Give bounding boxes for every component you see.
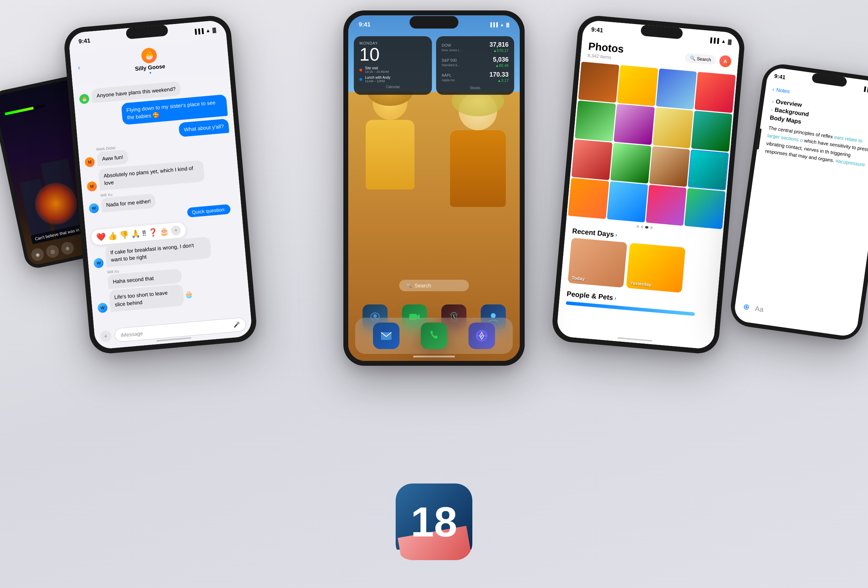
stock-subtitle-1: Dow Jones I... [442,49,462,53]
msg-avatar-6: W [97,303,108,313]
messages-mic-icon[interactable]: 🎤 [233,321,240,329]
event-info-2: Lunch with Andy 11AM – 12PM [365,75,390,83]
page-dot-1[interactable] [636,225,639,228]
notes-action-icon-2[interactable]: Aa [754,304,764,314]
home-widgets: Monday 10 Site visit 10:15 – 10:45AM [354,36,514,95]
photo-cell-6[interactable] [614,104,655,145]
event-info-1: Site visit 10:15 – 10:45AM [365,66,389,74]
photo-cell-2[interactable] [617,65,658,106]
game-btn-2[interactable]: ◎ [45,244,60,259]
mother-figure [443,92,513,214]
recent-day-today[interactable]: Today [568,237,627,287]
home-search-bar[interactable]: 🔍 Search [399,280,469,291]
photos-avatar[interactable]: A [719,55,732,68]
phone-photos: 9:41 ▐▐▐ ▲ ▓ Photos 8,342 Items 🔍 Search [551,14,746,355]
phone-photos-screen: 9:41 ▐▐▐ ▲ ▓ Photos 8,342 Items 🔍 Search [556,19,741,350]
widget-cal-num: 10 [359,45,426,63]
stock-subtitle-2: Standard &... [442,63,460,68]
photo-cell-7[interactable] [652,107,693,148]
photos-status-icons: ▐▐▐ ▲ ▓ [709,37,732,45]
notes-time: 9:41 [774,73,786,81]
photos-search-button[interactable]: 🔍 Search [685,53,716,65]
msg-bubble-9: Life's too short to leave slice behind [109,284,184,312]
svg-rect-5 [450,314,452,315]
photo-cell-5[interactable] [575,100,616,141]
messages-status-icons: ▐▐▐ ▲ ▓ [193,27,217,34]
tapback-heart[interactable]: ❤️ [96,232,106,242]
notes-signal-icon: ▐▐▐ [862,86,868,93]
phone-messages-screen: 9:41 ▐▐▐ ▲ ▓ ‹ 🐣 Silly Goose ▾ [68,19,253,350]
messages-header-title: 🐣 Silly Goose ▾ [133,47,166,77]
msg-bubble-3: What about y'all? [179,118,229,137]
event-time-2: 11AM – 12PM [365,80,390,83]
tapback-plus-button[interactable]: + [170,225,181,236]
home-dock [355,318,513,354]
game-btn-1[interactable]: ◉ [30,247,45,262]
tapback-exclaim[interactable]: ‼️ [142,228,146,238]
page-dot-3[interactable] [645,226,649,229]
photos-grid [567,62,737,230]
dock-icon-phone[interactable] [421,323,447,349]
people-pets-chevron[interactable]: › [614,295,617,301]
home-background: 9:41 ▐▐▐ ▲ ▓ Monday 10 [348,15,520,361]
page-dot-4[interactable] [650,226,653,229]
photos-title-section: Photos 8,342 Items [588,40,624,61]
widget-calendar[interactable]: Monday 10 Site visit 10:15 – 10:45AM [354,36,432,95]
photo-cell-16[interactable] [684,188,725,229]
stock-subtitle-3: Apple Inc. [442,78,456,83]
photo-cell-3[interactable] [656,68,697,109]
photo-cell-14[interactable] [607,181,648,223]
notes-back-icon[interactable]: ‹ [772,86,775,92]
tapback-question[interactable]: ❓ [148,227,158,237]
svg-point-10 [491,313,496,318]
tapback-clap[interactable]: 🙏 [130,229,140,239]
msg-avatar-5: W [93,258,104,268]
photo-cell-10[interactable] [610,143,651,184]
notes-back-label[interactable]: Notes [776,87,790,94]
photo-cell-8[interactable] [691,111,732,152]
stock-name-1: DOW [442,43,451,47]
notes-action-icon-1[interactable]: ⊕ [743,302,750,312]
page-dot-2[interactable] [641,226,644,228]
widget-stocks-label: Stocks [442,86,509,90]
recent-days-chevron[interactable]: › [615,231,617,238]
photo-cell-1[interactable] [578,62,620,103]
stock-change-3: ▲3.17 [497,78,509,83]
dock-icon-mail[interactable] [373,323,400,349]
stock-name-2: S&P 500 [442,58,457,62]
ios18-number: 18 [410,501,457,543]
widget-stocks[interactable]: DOW 37,816 Dow Jones I... ▲570.17 S&P 50… [436,36,514,95]
photo-cell-9[interactable] [571,139,613,180]
msg-avatar-2: M [84,157,95,167]
phone-messages: 9:41 ▐▐▐ ▲ ▓ ‹ 🐣 Silly Goose ▾ [63,14,258,355]
dock-icon-safari[interactable] [468,323,495,349]
messages-back-button[interactable]: ‹ [78,64,81,71]
photo-cell-15[interactable] [646,185,687,226]
notes-chevron-overview[interactable]: › [772,99,774,104]
signal-icon: ▐▐▐ [193,28,204,35]
quick-question-badge: Quick question: [187,204,231,218]
stock-change-1: ▲570.17 [493,49,509,53]
messages-body: 🐣 Anyone have plans this weekend? Flying… [72,72,252,340]
messages-avatar: 🐣 [141,47,158,64]
messages-add-button[interactable]: + [100,330,112,342]
home-signal-icon: ▐▐▐ [489,22,498,27]
photo-cell-11[interactable] [649,146,690,187]
home-search-label: Search [415,283,431,289]
tapback-thumb-down[interactable]: 👎 [119,230,129,240]
tapback-thumb-up[interactable]: 👍 [107,231,118,241]
recent-day-yesterday[interactable]: Yesterday [626,243,686,293]
photo-cell-4[interactable] [695,72,736,113]
notes-chevron-background[interactable]: › [771,107,773,112]
stock-name-3: AAPL [442,73,452,77]
photo-cell-13[interactable] [568,178,609,219]
game-btn-3[interactable]: ⊕ [60,241,75,256]
messages-time: 9:41 [78,37,91,45]
msg-reaction-emoji: 🧁 [185,290,194,299]
tapback-cake[interactable]: 🎂 [159,226,170,236]
widget-calendar-label: Calendar [359,85,426,89]
msg-avatar-1: 🐣 [79,94,90,104]
stock-price-1: 37,816 [489,41,509,49]
photo-cell-12[interactable] [688,149,729,190]
event-dot-1 [359,69,362,71]
